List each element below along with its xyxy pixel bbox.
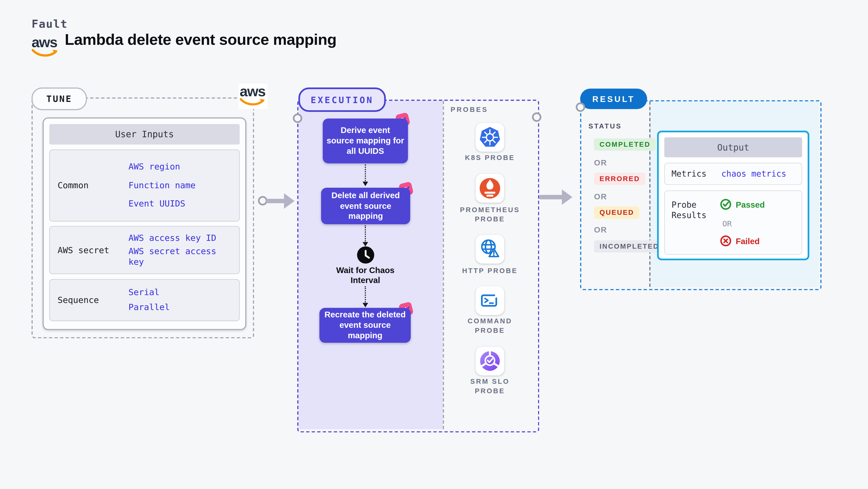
fault-kicker: Fault	[32, 17, 67, 30]
flow-connector	[365, 286, 366, 302]
row-links: AWS region Function name Event UUIDS	[128, 150, 239, 221]
status-badge-completed: COMPLETED	[594, 139, 656, 151]
arrow-head-icon	[363, 242, 368, 246]
command-probe-tile	[475, 286, 504, 315]
metrics-label: Metrics	[665, 169, 721, 179]
flow-connector	[365, 164, 366, 181]
aws-logo-icon: aws	[239, 84, 267, 109]
input-link[interactable]: Event UUIDS	[128, 199, 234, 209]
http-globe-warning-icon	[477, 237, 503, 262]
probe-label: COMMAND PROBE	[457, 317, 523, 335]
srm-slo-icon	[477, 348, 503, 373]
step-node-recreate: Recreate the deleted event source mappin…	[319, 308, 411, 343]
fault-diagram: Fault aws Lambda delete event source map…	[0, 0, 868, 489]
x-circle-icon	[720, 235, 732, 247]
clock-icon	[357, 246, 374, 264]
input-link[interactable]: AWS secret access key	[128, 246, 227, 267]
probe-results-row: Probe Results Passed OR Failed	[664, 190, 802, 255]
row-label: Sequence	[50, 280, 128, 321]
http-probe-tile	[475, 235, 504, 264]
probe-label: K8S PROBE	[457, 153, 523, 162]
step-node-derive: Derive event source mapping for all UUID…	[323, 119, 408, 163]
terminal-icon	[477, 288, 503, 313]
or-separator: OR	[594, 192, 607, 201]
connector-ring-icon	[576, 102, 585, 112]
status-badge-errored: ERRORED	[594, 173, 646, 185]
or-separator: OR	[722, 219, 732, 228]
probe-label: SRM SLO PROBE	[457, 377, 523, 396]
user-inputs-row-aws-secret: AWS secret AWS access key ID AWS secret …	[49, 226, 240, 274]
prometheus-icon	[477, 176, 503, 201]
aws-smile-icon	[32, 49, 58, 58]
row-label: Common	[50, 150, 128, 221]
output-card: Output Metrics chaos metrics Probe Resul…	[657, 131, 809, 260]
wait-step-label: Wait for Chaos Interval	[330, 265, 401, 285]
or-separator: OR	[594, 158, 607, 167]
arrow-head-icon	[363, 303, 368, 307]
passed-label: Passed	[736, 200, 765, 209]
probes-label: PROBES	[451, 106, 488, 114]
metrics-row: Metrics chaos metrics	[664, 163, 802, 185]
connector-ring-icon	[532, 112, 541, 122]
execution-pill: EXECUTION	[298, 88, 386, 112]
connector-ring-icon	[258, 196, 268, 206]
failed-label: Failed	[736, 237, 760, 246]
srm-slo-probe-tile	[475, 346, 504, 375]
input-link[interactable]: Serial	[128, 287, 234, 298]
output-header: Output	[664, 137, 802, 157]
row-label: AWS secret	[50, 226, 128, 274]
probe-label: HTTP PROBE	[457, 267, 523, 276]
status-badge-queued: QUEUED	[594, 207, 640, 218]
row-links: Serial Parallel	[128, 280, 239, 321]
user-inputs-card: User Inputs Common AWS region Function n…	[43, 117, 246, 330]
page-title: Lambda delete event source mapping	[65, 31, 337, 49]
user-inputs-header: User Inputs	[49, 124, 240, 144]
input-link[interactable]: AWS region	[128, 162, 234, 172]
aws-logo-icon: aws	[32, 36, 58, 60]
user-inputs-row-sequence: Sequence Serial Parallel	[49, 279, 240, 321]
arrow-head-icon	[363, 182, 368, 186]
status-label: STATUS	[588, 122, 622, 130]
check-circle-icon	[720, 198, 732, 210]
k8s-probe-tile	[475, 123, 504, 152]
row-links: AWS access key ID AWS secret access key	[128, 226, 239, 274]
step-node-delete: Delete all derived event source mapping	[321, 188, 410, 224]
arrow-tune-to-execution	[266, 199, 286, 203]
input-link[interactable]: Parallel	[128, 302, 234, 313]
kubernetes-icon	[477, 125, 503, 150]
chaos-metrics-link[interactable]: chaos metrics	[721, 169, 786, 179]
arrow-execution-to-result	[539, 195, 563, 200]
status-badge-incompleted: INCOMPLETED	[594, 240, 665, 252]
tune-pill: TUNE	[32, 88, 87, 110]
input-link[interactable]: AWS access key ID	[128, 233, 234, 243]
result-pill: RESULT	[580, 89, 647, 109]
prometheus-probe-tile	[475, 174, 504, 203]
aws-smile-icon	[240, 98, 265, 106]
probe-label: PROMETHEUS PROBE	[457, 206, 523, 224]
connector-ring-icon	[293, 114, 302, 123]
arrow-head-icon	[284, 193, 294, 209]
input-link[interactable]: Function name	[128, 180, 234, 190]
aws-logo-text: aws	[32, 36, 58, 49]
aws-logo-text: aws	[240, 85, 266, 98]
user-inputs-row-common: Common AWS region Function name Event UU…	[49, 150, 240, 222]
arrow-head-icon	[562, 189, 572, 205]
probe-results-label: Probe Results	[672, 200, 721, 221]
flow-connector	[365, 225, 366, 242]
or-separator: OR	[594, 225, 607, 234]
